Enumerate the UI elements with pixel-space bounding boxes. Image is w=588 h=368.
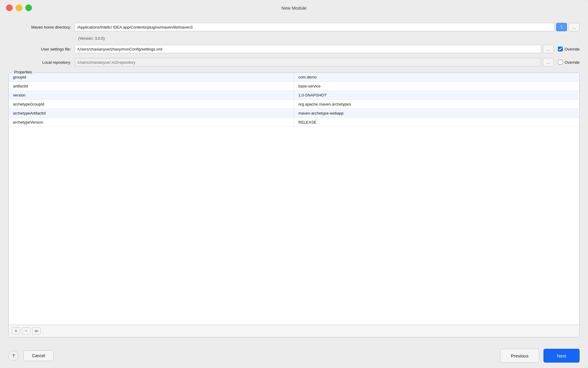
maven-home-spinner-btn[interactable] — [556, 23, 567, 31]
property-key: groupId — [9, 73, 294, 82]
property-value: 1.0-SNAPSHOT — [294, 91, 579, 100]
properties-box: Properties groupIdcom.demoartifactIdbase… — [8, 72, 580, 337]
property-value: org.apache.maven.archetypes — [294, 100, 579, 109]
local-repo-label: Local repository: — [8, 60, 75, 65]
maven-home-input[interactable] — [75, 23, 554, 31]
bottom-bar: ? Cancel Previous Next — [0, 343, 588, 368]
local-repo-browse-btn[interactable]: ... — [543, 58, 554, 66]
table-row[interactable]: archetypeGroupIdorg.apache.maven.archety… — [9, 100, 579, 109]
content-area: Maven home directory: ... (Version: 3.0.… — [0, 16, 588, 343]
window: New Module Maven home directory: ... — [0, 0, 588, 368]
add-property-button[interactable]: + — [12, 327, 20, 335]
property-value: base-service — [294, 82, 579, 91]
local-repo-override-label: Override — [565, 60, 580, 65]
maven-home-input-group: ... — [75, 23, 580, 31]
property-key: version — [9, 91, 294, 100]
user-settings-browse-btn[interactable]: ... — [543, 45, 554, 53]
property-key: archetypeGroupId — [9, 100, 294, 109]
title-bar: New Module — [0, 0, 588, 16]
remove-property-button[interactable]: − — [22, 327, 30, 335]
property-key: archetypeArtifactId — [9, 109, 294, 118]
properties-toolbar: + − ✏ — [9, 325, 579, 337]
window-title: New Module — [281, 5, 306, 11]
maven-home-browse-btn[interactable]: ... — [569, 23, 580, 31]
maven-home-label: Maven home directory: — [8, 25, 75, 29]
property-value: maven-archetype-webapp — [294, 109, 579, 118]
local-repo-override-group: Override — [558, 60, 580, 65]
table-row[interactable]: archetypeArtifactIdmaven-archetype-webap… — [9, 109, 579, 118]
property-key: archetypeVersion — [9, 118, 294, 127]
traffic-lights — [6, 5, 32, 11]
user-settings-label: User settings file: — [8, 47, 75, 51]
local-repo-input-group: ... Override — [75, 58, 580, 66]
user-settings-override-group: Override — [558, 47, 580, 51]
user-settings-input-group: ... Override — [75, 45, 580, 53]
local-repo-input[interactable] — [75, 58, 541, 66]
help-button[interactable]: ? — [8, 351, 19, 361]
close-button[interactable] — [6, 5, 13, 11]
property-value: RELEASE — [294, 118, 579, 127]
maximize-button[interactable] — [25, 5, 32, 11]
maven-home-row: Maven home directory: ... — [8, 23, 580, 31]
bottom-right: Previous Next — [500, 349, 580, 363]
maven-version-text: (Version: 3.0.5) — [78, 36, 580, 41]
user-settings-override-checkbox[interactable] — [558, 47, 563, 51]
properties-legend: Properties — [12, 70, 34, 74]
next-button[interactable]: Next — [543, 349, 580, 363]
bottom-left: ? Cancel — [8, 350, 54, 361]
minimize-button[interactable] — [16, 5, 22, 11]
user-settings-input[interactable] — [75, 45, 541, 53]
local-repo-override-checkbox[interactable] — [558, 60, 563, 65]
edit-property-button[interactable]: ✏ — [32, 327, 41, 335]
property-key: artifactId — [9, 82, 294, 91]
property-value: com.demo — [294, 73, 579, 82]
user-settings-row: User settings file: ... Override — [8, 45, 580, 53]
spinner-icon — [559, 25, 564, 29]
table-row[interactable]: version1.0-SNAPSHOT — [9, 91, 579, 100]
cancel-button[interactable]: Cancel — [23, 350, 54, 361]
user-settings-override-label: Override — [565, 47, 580, 51]
previous-button[interactable]: Previous — [500, 349, 539, 363]
properties-table: groupIdcom.demoartifactIdbase-servicever… — [9, 73, 579, 127]
table-row[interactable]: artifactIdbase-service — [9, 82, 579, 91]
properties-content: groupIdcom.demoartifactIdbase-servicever… — [9, 73, 579, 325]
table-row[interactable]: archetypeVersionRELEASE — [9, 118, 579, 127]
local-repo-row: Local repository: ... Override — [8, 58, 580, 66]
table-row[interactable]: groupIdcom.demo — [9, 73, 579, 82]
